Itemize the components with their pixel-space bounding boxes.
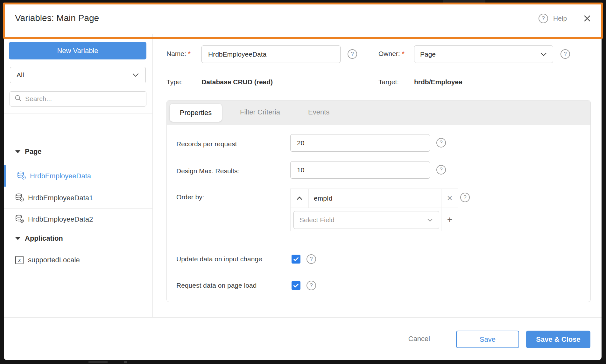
divider [176,244,586,244]
variable-properties-panel: Properties Filter Criteria Events Record… [166,100,591,302]
variable-item-label: HrdbEmployeeData1 [28,194,93,202]
chevron-down-icon [540,51,547,58]
divider [4,230,153,230]
tab-filter-criteria[interactable]: Filter Criteria [240,108,280,116]
section-header-application[interactable]: Application [4,231,153,246]
question-glyph: ? [440,140,442,146]
tab-properties[interactable]: Properties [170,104,222,122]
close-icon[interactable] [582,14,592,23]
divider [4,317,602,318]
variable-item-hrdbemployeedata1[interactable]: HrdbEmployeeData1 [4,187,152,209]
variables-sidebar: New Variable All Page HrdbEmployeeData [4,34,153,317]
help-icon[interactable]: ? [436,138,446,148]
search-input[interactable] [25,95,142,103]
filter-selected-value: All [17,71,24,79]
type-value: Database CRUD (read) [201,78,273,86]
question-glyph: ? [351,51,354,57]
variables-dialog: Variables: Main Page ? Help New Variable… [4,3,602,360]
question-glyph: ? [440,167,442,173]
divider [4,113,153,113]
select-field-dropdown[interactable]: Select Field [293,211,439,229]
target-label: Target: [378,78,399,86]
question-glyph: ? [463,194,466,201]
new-variable-button[interactable]: New Variable [9,42,146,59]
sort-ascending-icon[interactable] [291,189,309,208]
background-window-fragment [88,361,108,363]
question-glyph: ? [310,256,313,262]
variable-filter-select[interactable]: All [10,67,146,83]
help-icon[interactable]: ? [307,281,316,290]
background-window-fragment [443,0,485,3]
section-label: Application [25,234,63,243]
dialog-header: Variables: Main Page ? Help [4,3,602,34]
help-icon[interactable]: ? [348,49,357,59]
chevron-down-icon [427,216,433,224]
order-by-row: empId ✕ [291,189,458,208]
variable-item-label: supportedLocale [28,256,80,264]
dialog-title: Variables: Main Page [15,13,99,23]
select-field-placeholder: Select Field [299,216,335,224]
name-label: Name:* [166,50,191,58]
request-data-checkbox[interactable] [292,281,300,290]
owner-select[interactable]: Page [414,45,553,63]
required-asterisk: * [188,50,191,57]
search-icon [14,94,22,103]
required-asterisk: * [402,50,405,57]
help-icon[interactable]: ? [460,193,470,202]
help-icon[interactable]: ? [539,14,548,23]
order-by-field-value[interactable]: empId [309,189,441,208]
cancel-button[interactable]: Cancel [398,335,440,343]
update-data-on-input-change-label: Update data on input change [176,255,262,263]
request-data-on-page-load-label: Request data on page load [176,282,257,289]
question-glyph: ? [542,15,545,22]
remove-order-field-icon[interactable]: ✕ [441,189,458,208]
add-order-field-icon[interactable]: + [441,208,458,231]
design-max-results-label: Design Max. Results: [176,167,239,175]
save-and-close-button[interactable]: Save & Close [526,331,590,348]
variable-item-hrdbemployeedata[interactable]: HrdbEmployeeData [4,165,152,187]
variable-item-label: HrdbEmployeeData [30,172,91,180]
section-label: Page [25,148,42,156]
save-button[interactable]: Save [456,331,519,348]
question-glyph: ? [310,282,313,289]
variable-item-label: HrdbEmployeeData2 [28,215,93,223]
database-variable-icon [17,171,26,181]
target-value: hrdb/Employee [414,78,462,86]
section-header-page[interactable]: Page [4,144,153,159]
tab-events[interactable]: Events [308,108,329,116]
help-link[interactable]: Help [553,15,567,22]
design-max-results-input[interactable] [290,161,430,179]
database-variable-icon [15,214,24,224]
collapse-triangle-icon [15,237,20,240]
type-label: Type: [166,78,183,86]
model-variable-icon: x [15,256,24,264]
help-icon[interactable]: ? [560,49,570,59]
owner-selected-value: Page [420,51,436,58]
tab-bar: Properties Filter Criteria Events [167,100,590,125]
name-input[interactable] [201,45,341,63]
update-data-checkbox[interactable] [292,255,300,264]
divider [4,271,153,271]
records-per-request-input[interactable] [290,134,430,152]
collapse-triangle-icon [15,150,20,153]
owner-label: Owner:* [378,50,405,58]
question-glyph: ? [564,51,567,57]
background-window-fragment [124,361,127,363]
variable-item-supportedlocale[interactable]: x supportedLocale [4,249,152,271]
database-variable-icon [15,193,24,203]
order-by-label: Order by: [176,193,204,201]
search-box [10,91,146,106]
variable-item-hrdbemployeedata2[interactable]: HrdbEmployeeData2 [4,209,152,230]
order-by-editor: empId ✕ Select Field + [290,189,458,231]
help-icon[interactable]: ? [307,254,316,264]
chevron-down-icon [132,71,139,79]
records-per-request-label: Records per request [176,140,237,148]
help-icon[interactable]: ? [436,165,446,175]
